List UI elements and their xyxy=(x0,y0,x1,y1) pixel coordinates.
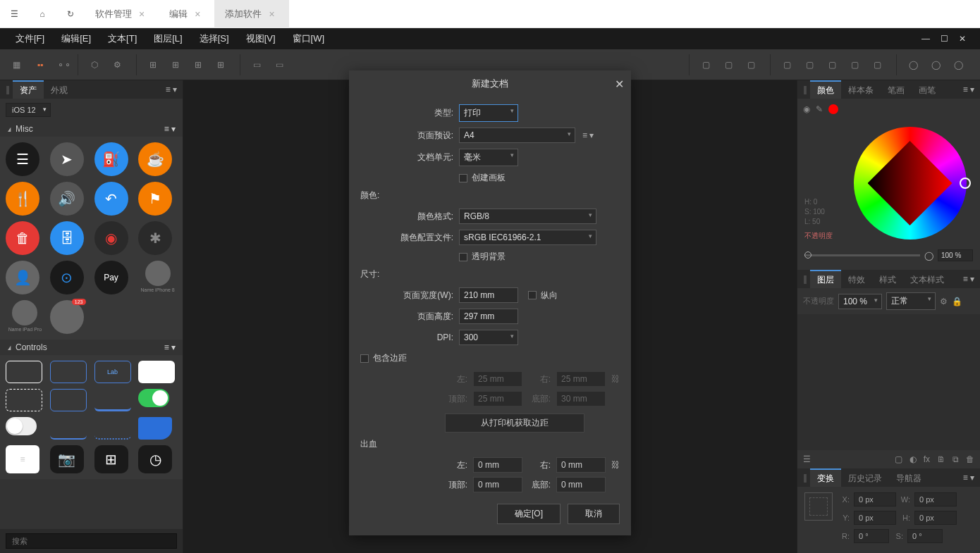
dialog-close-icon[interactable]: ✕ xyxy=(615,77,624,91)
tab-assets[interactable]: 资产 xyxy=(13,80,44,99)
new-icon[interactable]: 🗎 xyxy=(937,454,945,464)
color-profile-select[interactable]: sRGB IEC61966-2.1 xyxy=(459,230,596,245)
bleed-right-input[interactable]: 0 mm xyxy=(556,457,606,473)
browser-tab-2[interactable]: 添加软件× xyxy=(214,0,288,28)
menu-text[interactable]: 文本[T] xyxy=(99,32,145,45)
minimize-icon[interactable]: — xyxy=(921,34,930,44)
asset-avatar-icon[interactable]: 👤 xyxy=(6,261,39,294)
control-outline2[interactable] xyxy=(6,389,42,411)
tab-color[interactable]: 颜色 xyxy=(810,80,841,99)
y-input[interactable]: 0 px xyxy=(854,511,896,525)
asset-archive-icon[interactable]: 🗄 xyxy=(50,221,84,255)
align-3-icon[interactable]: ▢ xyxy=(740,54,761,75)
panel-menu-icon[interactable]: ≡ ▾ xyxy=(963,274,974,284)
s-input[interactable]: 0 ° xyxy=(907,529,943,543)
close-window-icon[interactable]: ✕ xyxy=(959,34,966,44)
asset-badge-icon[interactable]: 123 xyxy=(50,300,89,334)
lock-icon[interactable]: 🔒 xyxy=(952,297,962,306)
asset-fingerprint-icon[interactable]: ◉ xyxy=(94,221,128,255)
align-1-icon[interactable]: ▢ xyxy=(695,54,716,75)
asset-list-icon[interactable]: ☰ xyxy=(6,142,39,176)
control-rounded2[interactable] xyxy=(50,389,87,411)
width-input[interactable]: 210 mm xyxy=(459,287,518,303)
margin-right-input[interactable]: 25 mm xyxy=(556,371,606,387)
menu-view[interactable]: 视图[V] xyxy=(238,32,284,45)
op-2-icon[interactable]: ◯ xyxy=(925,54,946,75)
arrange-5-icon[interactable]: ▢ xyxy=(866,54,888,75)
menu-edit[interactable]: 编辑[E] xyxy=(53,32,99,45)
fill-stroke-icon[interactable]: ◉ xyxy=(803,104,810,114)
arrange-1-icon[interactable]: ▢ xyxy=(776,54,797,75)
x-input[interactable]: 0 px xyxy=(854,492,896,507)
tab-swatches[interactable]: 样本条 xyxy=(841,80,881,99)
margin-left-input[interactable]: 25 mm xyxy=(473,371,522,387)
browser-tab-1[interactable]: 编辑× xyxy=(159,0,214,28)
preset-menu-icon[interactable]: ≡ ▾ xyxy=(582,130,594,140)
include-margins-checkbox[interactable] xyxy=(360,354,369,363)
bleed-left-input[interactable]: 0 mm xyxy=(473,457,522,473)
reload-icon[interactable]: ↻ xyxy=(56,0,85,28)
asset-food-icon[interactable]: 🍴 xyxy=(6,182,39,216)
grid-4-icon[interactable]: ⊞ xyxy=(210,54,231,75)
insert-1-icon[interactable]: ▭ xyxy=(246,54,267,75)
color-handle[interactable] xyxy=(960,178,971,189)
units-select[interactable]: 毫米 xyxy=(459,149,518,166)
layer-opacity-select[interactable]: 100 % xyxy=(838,294,882,309)
bleed-bottom-input[interactable]: 0 mm xyxy=(556,477,606,492)
tool-pixel-icon[interactable]: ▪▪ xyxy=(30,54,51,75)
panel-menu-icon[interactable]: ≡ ▾ xyxy=(963,473,974,483)
color-wheel[interactable] xyxy=(854,127,967,240)
margin-top-input[interactable]: 25 mm xyxy=(473,391,522,406)
height-input[interactable]: 297 mm xyxy=(459,309,518,324)
cancel-button[interactable]: 取消 xyxy=(568,504,620,524)
link-margins-icon[interactable]: ⛓ xyxy=(611,374,620,384)
link-bleed-icon[interactable]: ⛓ xyxy=(611,460,620,470)
asset-record-icon[interactable]: ⊙ xyxy=(50,261,84,294)
dpi-select[interactable]: 300 xyxy=(459,330,518,345)
grid-3-icon[interactable]: ⊞ xyxy=(188,54,209,75)
asset-spinner-icon[interactable]: ✱ xyxy=(138,221,172,255)
tab-appearance[interactable]: 外观 xyxy=(44,80,75,99)
control-rounded[interactable] xyxy=(50,361,87,383)
control-camera-icon[interactable]: 📷 xyxy=(50,445,84,473)
shape-hex-icon[interactable]: ⬡ xyxy=(84,54,105,75)
tab-effects[interactable]: 特效 xyxy=(841,270,872,288)
asset-applepay-icon[interactable]: Pay xyxy=(94,261,128,294)
h-input[interactable]: 0 px xyxy=(914,511,957,525)
asset-sound-icon[interactable]: 🔊 xyxy=(50,182,84,216)
control-calc-icon[interactable]: ⊞ xyxy=(94,445,128,473)
type-select[interactable]: 打印 xyxy=(459,104,518,122)
eyedropper-icon[interactable]: ✎ xyxy=(816,104,823,114)
section-menu-icon[interactable]: ≡ ▾ xyxy=(164,342,176,352)
menu-window[interactable]: 窗口[W] xyxy=(284,32,333,45)
get-margins-button[interactable]: 从打印机获取边距 xyxy=(445,414,584,433)
op-3-icon[interactable]: ◯ xyxy=(948,54,969,75)
close-icon[interactable]: × xyxy=(195,8,200,20)
grid-1-icon[interactable]: ⊞ xyxy=(142,54,164,75)
op-1-icon[interactable]: ◯ xyxy=(902,54,924,75)
tool-grid-icon[interactable]: ▦ xyxy=(6,54,27,75)
portrait-checkbox[interactable] xyxy=(528,291,537,299)
tab-layers[interactable]: 图层 xyxy=(810,270,841,288)
tab-brush[interactable]: 画笔 xyxy=(912,80,943,99)
shape-gear-icon[interactable]: ⚙ xyxy=(106,54,128,75)
close-icon[interactable]: × xyxy=(269,8,274,20)
asset-reply-icon[interactable]: ↶ xyxy=(94,182,128,216)
panel-menu-icon[interactable]: ≡ ▾ xyxy=(166,85,177,94)
home-icon[interactable]: ⌂ xyxy=(28,0,56,28)
margin-bottom-input[interactable]: 30 mm xyxy=(556,391,606,406)
arrange-2-icon[interactable]: ▢ xyxy=(799,54,820,75)
r-input[interactable]: 0 ° xyxy=(854,529,889,543)
control-filled[interactable] xyxy=(138,361,175,383)
control-slider2[interactable] xyxy=(94,417,131,440)
close-icon[interactable]: × xyxy=(139,8,145,20)
browser-tab-0[interactable]: 软件管理× xyxy=(85,0,159,28)
tab-history[interactable]: 历史记录 xyxy=(841,468,889,487)
section-misc[interactable]: Misc ≡ ▾ xyxy=(0,121,183,137)
panel-menu-icon[interactable]: ≡ ▾ xyxy=(963,85,974,94)
asset-location-icon[interactable]: ➤ xyxy=(50,142,84,176)
menu-file[interactable]: 文件[F] xyxy=(7,32,53,45)
anchor-grid[interactable] xyxy=(804,492,833,521)
asset-preset-dropdown[interactable]: iOS 12 xyxy=(6,103,51,117)
control-timer-icon[interactable]: ◷ xyxy=(138,445,172,473)
